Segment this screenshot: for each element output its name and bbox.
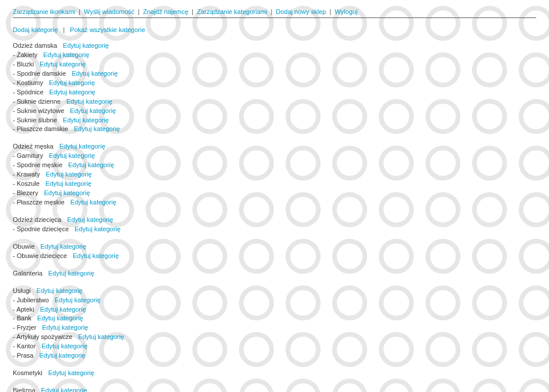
subcategory-name: Suknie wizytowe	[17, 107, 64, 114]
edit-category-link[interactable]: Edytuj kategorię	[63, 42, 109, 49]
category-group: Odzież męskaEdytuj kategorię- GarnituryE…	[13, 142, 536, 207]
subcategory-row: - SpódniceEdytuj kategorię	[13, 88, 536, 97]
subcategory-row: - KantorEdytuj kategorię	[13, 342, 536, 351]
category-group: Odzież damskaEdytuj kategorię- ŻakietyEd…	[13, 41, 536, 134]
category-row: Odzież męskaEdytuj kategorię	[13, 142, 536, 151]
edit-category-link[interactable]: Edytuj kategorię	[55, 296, 101, 303]
subcategory-name: Koszule	[17, 180, 40, 187]
edit-category-link[interactable]: Edytuj kategorię	[68, 161, 114, 168]
subcategory-row: - FryzjerEdytuj kategorię	[13, 323, 536, 333]
edit-category-link[interactable]: Edytuj kategorię	[70, 107, 116, 114]
category-row: ObuwieEdytuj kategorię	[13, 242, 536, 252]
edit-category-link[interactable]: Edytuj kategorię	[40, 61, 86, 68]
edit-category-link[interactable]: Edytuj kategorię	[41, 387, 87, 392]
category-row: Odzież dziecięcaEdytuj kategorię	[13, 216, 536, 225]
separator: |	[59, 26, 68, 33]
dash-icon: -	[13, 171, 17, 178]
subcategory-row: - JubilerstwoEdytuj kategorię	[13, 296, 536, 305]
subcategory-row: - ŻakietyEdytuj kategorię	[13, 51, 536, 60]
edit-category-link[interactable]: Edytuj kategorię	[37, 315, 83, 322]
show-all-categories-link[interactable]: Pokaż wszystkie kategorie	[70, 26, 145, 33]
edit-category-link[interactable]: Edytuj kategorię	[75, 225, 121, 232]
dash-icon: -	[13, 79, 17, 86]
dash-icon: -	[13, 61, 17, 68]
subcategory-name: Kostiumy	[17, 79, 43, 86]
nav-link[interactable]: Znajdź najemcę	[143, 8, 188, 15]
nav-link[interactable]: Wyloguj	[335, 8, 357, 15]
subcategory-row: - Suknie dzienneEdytuj kategorię	[13, 97, 536, 107]
edit-category-link[interactable]: Edytuj kategorię	[66, 98, 112, 105]
edit-category-link[interactable]: Edytuj kategorię	[40, 243, 86, 250]
edit-category-link[interactable]: Edytuj kategorię	[48, 369, 94, 376]
dash-icon: -	[13, 296, 17, 303]
subcategory-name: Spodnie dziecięce	[17, 225, 69, 232]
subcategory-row: - Spodnie dziecięceEdytuj kategorię	[13, 225, 536, 234]
subcategory-row: - KoszuleEdytuj kategorię	[13, 179, 536, 189]
subcategory-name: Apteki	[16, 306, 34, 313]
nav-link[interactable]: Dodaj nowy sklep	[276, 8, 326, 15]
edit-category-link[interactable]: Edytuj kategorię	[67, 216, 113, 223]
edit-category-link[interactable]: Edytuj kategorię	[43, 51, 89, 58]
dash-icon: -	[13, 125, 17, 132]
edit-category-link[interactable]: Edytuj kategorię	[63, 116, 109, 123]
edit-category-link[interactable]: Edytuj kategorię	[41, 342, 87, 349]
dash-icon: -	[13, 116, 17, 123]
add-category-link[interactable]: Dodaj kategorię	[13, 26, 58, 33]
edit-category-link[interactable]: Edytuj kategorię	[39, 352, 85, 359]
subcategory-name: Blezery	[17, 189, 38, 196]
edit-category-link[interactable]: Edytuj kategorię	[49, 152, 95, 159]
separator: |	[326, 8, 335, 15]
edit-category-link[interactable]: Edytuj kategorię	[37, 287, 83, 294]
top-nav: Zarządzanie ikonkami|Wyślij wiadomość|Zn…	[13, 8, 536, 18]
edit-category-link[interactable]: Edytuj kategorię	[78, 333, 124, 340]
subcategory-row: - KostiumyEdytuj kategorię	[13, 79, 536, 88]
edit-category-link[interactable]: Edytuj kategorię	[48, 270, 94, 277]
dash-icon: -	[13, 315, 17, 322]
edit-category-link[interactable]: Edytuj kategorię	[72, 70, 118, 77]
edit-category-link[interactable]: Edytuj kategorię	[59, 143, 105, 150]
category-group: KosmetykiEdytuj kategorię	[13, 369, 536, 378]
dash-icon: -	[13, 225, 17, 232]
edit-category-link[interactable]: Edytuj kategorię	[42, 324, 88, 331]
category-row: GalanteriaEdytuj kategorię	[13, 269, 536, 278]
edit-category-link[interactable]: Edytuj kategorię	[71, 199, 117, 206]
edit-category-link[interactable]: Edytuj kategorię	[40, 306, 86, 313]
subcategory-row: - Płaszcze damskieEdytuj kategorię	[13, 125, 536, 134]
subcategory-row: - Artykuły spożywczeEdytuj kategorię	[13, 333, 536, 342]
category-name: Galanteria	[13, 270, 43, 277]
dash-icon: -	[13, 342, 17, 349]
subcategory-row: - Spodnie damskieEdytuj kategorię	[13, 69, 536, 79]
separator: |	[188, 8, 197, 15]
subcategory-row: - AptekiEdytuj kategorię	[13, 305, 536, 315]
subcategory-row: - Suknie wizytoweEdytuj kategorię	[13, 107, 536, 116]
edit-category-link[interactable]: Edytuj kategorię	[44, 189, 90, 196]
edit-category-link[interactable]: Edytuj kategorię	[50, 89, 96, 96]
subcategory-name: Garnitury	[17, 152, 43, 159]
subcategory-name: Bluzki	[17, 61, 34, 68]
subcategory-name: Spodnie męskie	[17, 161, 62, 168]
dash-icon: -	[13, 70, 17, 77]
subcategory-name: Spodnie damskie	[17, 70, 66, 77]
nav-link[interactable]: Zarządzanie ikonkami	[13, 8, 75, 15]
edit-category-link[interactable]: Edytuj kategorię	[45, 171, 92, 178]
nav-link[interactable]: Wyślij wiadomość	[84, 8, 135, 15]
subcategory-row: - GarnituryEdytuj kategorię	[13, 151, 536, 161]
category-group: BieliznaEdytuj kategorię- SkarpetyEdytuj…	[13, 386, 536, 392]
subcategory-row: - BlezeryEdytuj kategorię	[13, 189, 536, 198]
dash-icon: -	[13, 152, 17, 159]
category-group: ObuwieEdytuj kategorię- Obuwie dziecięce…	[13, 242, 536, 261]
subcategory-row: - Obuwie dziecięceEdytuj kategorię	[13, 252, 536, 261]
edit-category-link[interactable]: Edytuj kategorię	[74, 125, 120, 132]
edit-category-link[interactable]: Edytuj kategorię	[49, 79, 95, 86]
category-row: BieliznaEdytuj kategorię	[13, 386, 536, 392]
edit-category-link[interactable]: Edytuj kategorię	[45, 180, 92, 187]
edit-category-link[interactable]: Edytuj kategorię	[73, 252, 119, 259]
subcategory-name: Płaszcze damskie	[17, 125, 68, 132]
subcategory-name: Suknie ślubne	[17, 116, 57, 123]
nav-link[interactable]: Zarządzanie kategoriami	[197, 8, 267, 15]
dash-icon: -	[13, 107, 17, 114]
category-name: Odzież męska	[13, 143, 54, 150]
separator: |	[267, 8, 276, 15]
category-group: GalanteriaEdytuj kategorię	[13, 269, 536, 278]
sub-nav: Dodaj kategorię | Pokaż wszystkie katego…	[13, 26, 536, 33]
